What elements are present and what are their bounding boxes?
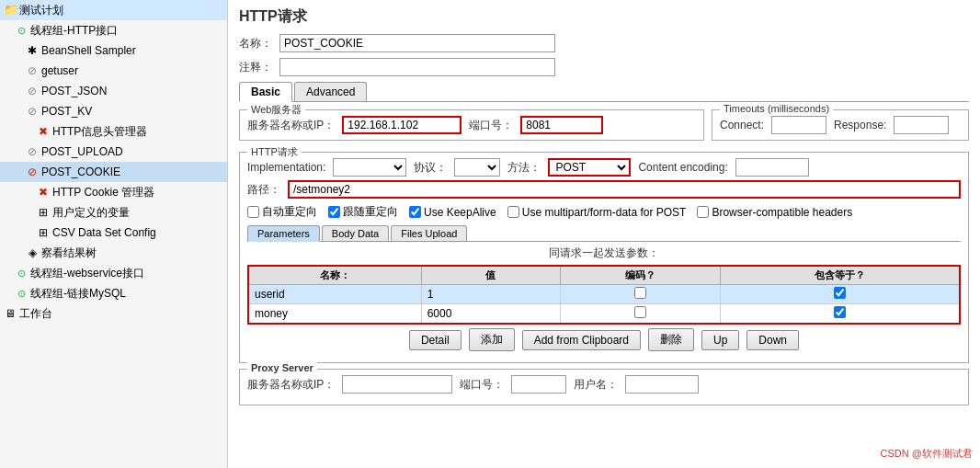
param-encode[interactable] [560, 304, 721, 325]
sidebar-item-post-upload[interactable]: ⊘ POST_UPLOAD [0, 142, 227, 162]
response-input[interactable] [894, 116, 949, 134]
name-input[interactable] [279, 34, 555, 52]
sidebar-item-post-kv[interactable]: ⊘ POST_KV [0, 101, 227, 121]
col-encode: 编码？ [560, 266, 721, 285]
sidebar-item-label: POST_COOKIE [41, 164, 120, 180]
tab-advanced[interactable]: Advanced [294, 82, 367, 101]
encode-checkbox[interactable] [634, 306, 646, 318]
sidebar-item-http-cookie[interactable]: ✖ HTTP Cookie 管理器 [0, 182, 227, 202]
sampler-icon: ✱ [26, 42, 39, 59]
tab-basic[interactable]: Basic [239, 82, 292, 102]
param-value: 6000 [421, 304, 560, 325]
sidebar-item-post-json[interactable]: ⊘ POST_JSON [0, 81, 227, 101]
down-button[interactable]: Down [746, 330, 799, 350]
folder-icon: 📁 [4, 2, 17, 18]
multipart-checkbox[interactable] [507, 206, 519, 218]
port-input[interactable] [520, 116, 603, 134]
sidebar-item-root[interactable]: 📁 测试计划 [0, 0, 227, 20]
port-label: 端口号： [469, 118, 513, 133]
sidebar-item-getuser[interactable]: ⊘ getuser [0, 61, 227, 81]
main-tabs: Basic Advanced [239, 82, 969, 102]
sidebar-item-thread-http[interactable]: ⊙ 线程组-HTTP接口 [0, 20, 227, 40]
up-button[interactable]: Up [701, 330, 739, 350]
listener-icon: ◈ [26, 245, 39, 261]
implementation-select[interactable] [333, 158, 406, 177]
thread-icon: ⊙ [15, 265, 28, 281]
sidebar-item-thread-web[interactable]: ⊙ 线程组-webservice接口 [0, 263, 227, 283]
encode-checkbox[interactable] [634, 287, 646, 299]
keep-alive-label: Use KeepAlive [424, 206, 496, 219]
http-request-title: HTTP请求 [247, 145, 302, 159]
param-include[interactable] [721, 304, 960, 325]
proxy-port-label: 端口号： [460, 377, 504, 393]
vars-icon: ⊞ [37, 204, 50, 221]
main-content: HTTP请求 名称： 注释： Basic Advanced Web服务器 服务器… [228, 0, 980, 468]
table-row[interactable]: userid 1 [248, 285, 960, 304]
add-clipboard-button[interactable]: Add from Clipboard [522, 330, 641, 350]
multipart-label: Use multipart/form-data for POST [522, 206, 687, 219]
proxy-title: Proxy Server [247, 362, 317, 373]
keep-alive-item: Use KeepAlive [409, 206, 496, 219]
path-row: 路径： [247, 180, 961, 199]
proxy-section: Proxy Server 服务器名称或IP： 端口号： 用户名： [239, 369, 969, 405]
sidebar-item-thread-mysql[interactable]: ⊙ 线程组-链接MySQL [0, 283, 227, 303]
sidebar-item-post-cookie[interactable]: ⊘ POST_COOKIE [0, 162, 227, 182]
table-row[interactable]: money 6000 [248, 304, 960, 325]
param-encode[interactable] [560, 285, 721, 304]
param-name: userid [248, 285, 421, 304]
sidebar-item-workbench[interactable]: 🖥 工作台 [0, 303, 227, 324]
auto-redirect-label: 自动重定向 [262, 204, 317, 220]
add-button[interactable]: 添加 [469, 328, 515, 351]
timeouts-section: Timeouts (milliseconds) Connect: Respons… [712, 109, 969, 141]
sidebar-item-user-vars[interactable]: ⊞ 用户定义的变量 [0, 202, 227, 223]
connect-input[interactable] [771, 116, 826, 134]
encoding-input[interactable] [735, 158, 809, 177]
sidebar-item-http-info[interactable]: ✖ HTTP信息头管理器 [0, 121, 227, 142]
include-checkbox[interactable] [834, 306, 846, 318]
browser-headers-checkbox[interactable] [697, 206, 709, 218]
include-checkbox[interactable] [834, 287, 846, 299]
keep-alive-checkbox[interactable] [409, 206, 421, 218]
proxy-username-input[interactable] [625, 375, 699, 394]
sidebar-item-beanshell[interactable]: ✱ BeanShell Sampler [0, 40, 227, 61]
sidebar-item-label: 测试计划 [19, 2, 63, 18]
csv-icon: ⊞ [37, 224, 50, 241]
sidebar-item-result-tree[interactable]: ◈ 察看结果树 [0, 243, 227, 263]
param-include[interactable] [721, 285, 960, 304]
thread-icon: ⊙ [15, 285, 28, 302]
tab-body-data[interactable]: Body Data [322, 225, 389, 241]
auto-redirect-item: 自动重定向 [247, 204, 317, 220]
proxy-server-input[interactable] [342, 375, 452, 394]
tab-parameters[interactable]: Parameters [247, 225, 320, 242]
protocol-select[interactable] [454, 158, 500, 177]
col-value: 值 [421, 266, 560, 285]
sidebar-item-label: POST_KV [41, 103, 92, 120]
follow-redirect-checkbox[interactable] [328, 206, 340, 218]
params-header: 同请求一起发送参数： [247, 245, 961, 261]
comment-input[interactable] [279, 58, 555, 76]
encoding-label: Content encoding: [638, 161, 727, 174]
params-buttons: Detail 添加 Add from Clipboard 删除 Up Down [247, 328, 961, 351]
col-include: 包含等于？ [721, 266, 960, 285]
http-icon: ⊘ [26, 143, 39, 160]
delete-button[interactable]: 删除 [648, 328, 694, 351]
sidebar-item-label: HTTP信息头管理器 [52, 123, 147, 140]
sidebar-item-label: 线程组-链接MySQL [30, 285, 126, 302]
detail-button[interactable]: Detail [409, 330, 462, 350]
method-select[interactable]: POST GET PUT DELETE [548, 158, 631, 177]
sidebar-item-label: 察看结果树 [41, 245, 97, 261]
sidebar-item-csv-config[interactable]: ⊞ CSV Data Set Config [0, 223, 227, 243]
server-input[interactable] [342, 116, 462, 134]
auto-redirect-checkbox[interactable] [247, 206, 259, 218]
path-input[interactable] [288, 180, 961, 199]
proxy-port-input[interactable] [511, 375, 566, 394]
response-label: Response: [834, 119, 886, 131]
http-sampler-icon: ⊘ [26, 164, 39, 180]
multipart-item: Use multipart/form-data for POST [507, 206, 687, 219]
params-area: 同请求一起发送参数： 名称： 值 编码？ 包含等于？ userid 1 [247, 245, 961, 351]
browser-headers-item: Browser-compatible headers [697, 206, 852, 219]
tab-files-upload[interactable]: Files Upload [391, 225, 467, 241]
name-row: 名称： [239, 34, 969, 52]
sidebar-item-label: 线程组-webservice接口 [30, 265, 144, 281]
connect-label: Connect: [720, 119, 764, 131]
